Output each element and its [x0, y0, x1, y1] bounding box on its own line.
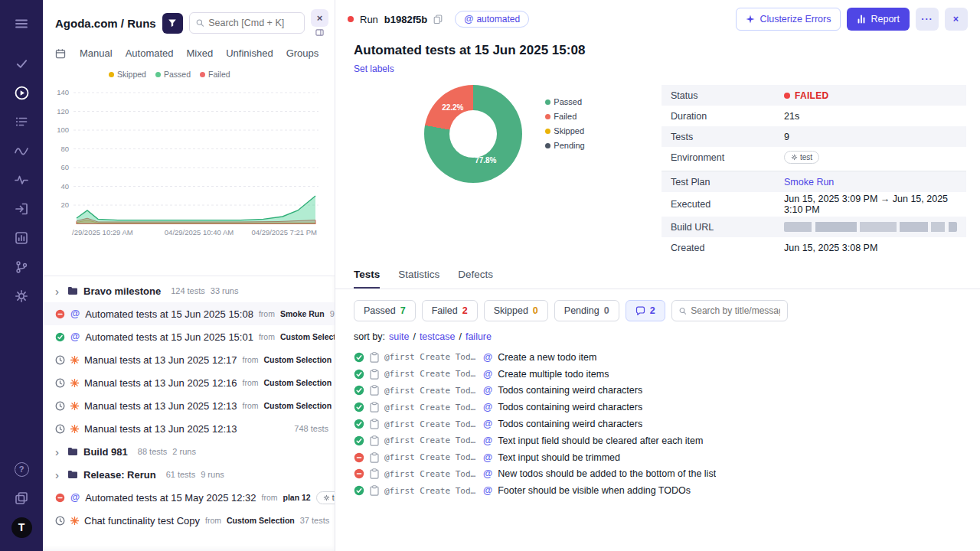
run-id: b1982f5b	[384, 14, 427, 25]
failed-percent: 22.2%	[442, 103, 463, 112]
branches-icon[interactable]	[0, 253, 43, 282]
app: ? T Agoda.com / Runs × Manual Automated …	[0, 0, 980, 551]
test-row[interactable]: @first Create Todos… @ Todos containing …	[354, 383, 980, 399]
test-row[interactable]: @first Create Todos… @ Create a new todo…	[354, 349, 980, 366]
test-title: New todos should be added to the bottom …	[498, 468, 716, 479]
app-logo[interactable]: T	[0, 513, 43, 542]
tab-statistics[interactable]: Statistics	[398, 269, 439, 289]
tab-tests[interactable]: Tests	[354, 269, 380, 289]
run-group-row[interactable]: › Build 981 88 tests 2 runs	[43, 440, 335, 463]
copy-icon[interactable]	[433, 15, 443, 24]
run-row[interactable]: Manual tests at 13 Jun 2025 12:13 748 te…	[43, 417, 335, 440]
filter-pending-button[interactable]: Pending0	[554, 300, 619, 321]
detail-row-environment: Environment test	[662, 147, 966, 168]
clipboard-icon	[370, 452, 379, 463]
comments-filter-button[interactable]: 2	[626, 300, 665, 321]
filter-skipped-button[interactable]: Skipped0	[484, 300, 548, 321]
run-row[interactable]: Manual tests at 13 Jun 2025 12:17 from C…	[43, 348, 335, 371]
automated-icon: @	[483, 369, 492, 380]
test-row[interactable]: @first Create Todos… @ Text input field …	[354, 432, 980, 449]
run-detail: Run b1982f5b @ automated Clusterize Erro…	[335, 0, 980, 551]
run-header: Run b1982f5b @ automated Clusterize Erro…	[335, 0, 980, 35]
failed-dot	[348, 16, 354, 22]
run-group-row[interactable]: › Release: Rerun 61 tests 9 runs	[43, 463, 335, 486]
tab-unfinished[interactable]: Unfinished	[226, 47, 273, 59]
test-plan-link[interactable]: Smoke Run	[784, 177, 834, 187]
test-row[interactable]: @first Create Todos… @ Footer should be …	[354, 482, 980, 499]
help-icon[interactable]: ?	[0, 455, 43, 484]
detail-row-duration: Duration 21s	[662, 106, 966, 126]
test-tag: @first Create Todos…	[384, 486, 478, 496]
run-row[interactable]: @ Automated tests at 15 Jun 2025 15:01 f…	[43, 325, 335, 348]
search-icon	[196, 18, 204, 28]
environment-badge: test	[316, 491, 335, 504]
test-row[interactable]: @first Create Todos… @ Text input should…	[354, 449, 980, 466]
sort-by-suite[interactable]: suite	[389, 331, 409, 342]
projects-icon[interactable]	[0, 484, 43, 513]
svg-text:140: 140	[57, 88, 69, 96]
failed-status-icon	[55, 309, 65, 319]
close-run-button[interactable]: ×	[945, 8, 968, 31]
import-icon[interactable]	[0, 194, 43, 223]
more-button[interactable]: ···	[916, 8, 939, 31]
runs-icon[interactable]	[0, 78, 43, 107]
test-title: Todos containing weird characters	[498, 385, 642, 396]
test-row[interactable]: @first Create Todos… @ Todos containing …	[354, 416, 980, 432]
sort-by-testcase[interactable]: testcase	[420, 331, 456, 342]
donut-legend: Passed Failed Skipped Pending	[545, 85, 584, 150]
run-group-row[interactable]: › Bravo milestone 124 tests 33 runs	[43, 279, 335, 302]
tab-manual[interactable]: Manual	[80, 47, 113, 59]
clipboard-icon	[370, 468, 379, 479]
tab-defects[interactable]: Defects	[458, 269, 493, 289]
report-button[interactable]: Report	[847, 8, 910, 31]
test-row[interactable]: @first Create Todos… @ New todos should …	[354, 466, 980, 483]
set-labels-link[interactable]: Set labels	[354, 64, 394, 74]
tab-groups[interactable]: Groups	[286, 47, 319, 59]
filter-button[interactable]	[162, 13, 183, 34]
close-panel-button[interactable]: ×	[311, 9, 328, 27]
pulse-icon[interactable]	[0, 165, 43, 194]
automated-icon: @	[483, 468, 492, 479]
settings-icon[interactable]	[0, 282, 43, 311]
filter-passed-button[interactable]: Passed7	[354, 300, 416, 321]
test-row[interactable]: @first Create Todos… @ Todos containing …	[354, 399, 980, 416]
test-cases-icon[interactable]	[0, 107, 43, 136]
run-row[interactable]: Manual tests at 13 Jun 2025 12:13 from C…	[43, 394, 335, 417]
automated-badge[interactable]: @ automated	[455, 11, 529, 28]
tests-search-input[interactable]	[691, 305, 779, 316]
tab-automated[interactable]: Automated	[126, 47, 174, 59]
run-row[interactable]: Manual tests at 13 Jun 2025 12:16 from C…	[43, 371, 335, 394]
chart-legend: Skipped Passed Failed	[43, 67, 335, 79]
tab-mixed[interactable]: Mixed	[187, 47, 214, 59]
run-row[interactable]: @ Automated tests at 15 May 2025 12:32 f…	[43, 486, 335, 509]
runs-area-chart: 140 120 100 80 60 40 20 /29/2025 10:29 A…	[43, 79, 335, 242]
failed-status-icon	[354, 468, 364, 479]
clusterize-errors-button[interactable]: Clusterize Errors	[736, 8, 841, 31]
checks-icon[interactable]	[0, 49, 43, 78]
tests-search[interactable]	[671, 300, 788, 321]
sort-by-failure[interactable]: failure	[466, 331, 492, 342]
runs-search-input[interactable]	[208, 18, 298, 28]
run-row[interactable]: @ Automated tests at 15 Jun 2025 15:08 f…	[43, 302, 335, 325]
passed-dot	[545, 99, 550, 105]
filter-failed-button[interactable]: Failed2	[422, 300, 478, 321]
runs-search[interactable]	[189, 12, 305, 34]
folder-icon	[67, 470, 78, 479]
chevron-right-icon: ›	[55, 445, 62, 458]
run-row[interactable]: Chat functinality test Copy from Custom …	[43, 509, 335, 532]
menu-icon[interactable]	[0, 9, 43, 38]
left-rail: ? T	[0, 0, 43, 551]
calendar-icon[interactable]	[55, 48, 66, 59]
test-row[interactable]: @first Create Todos… @ Create multiple t…	[354, 366, 980, 383]
analytics-icon[interactable]	[0, 136, 43, 165]
group-title: Bravo milestone	[83, 285, 161, 297]
failed-dot	[545, 114, 550, 119]
svg-text:40: 40	[60, 182, 69, 191]
chevron-right-icon: ›	[55, 468, 62, 481]
group-title: Build 981	[83, 446, 128, 458]
folder-icon	[67, 447, 78, 456]
automated-icon: @	[483, 485, 492, 496]
reports-icon[interactable]	[0, 223, 43, 253]
svg-text:100: 100	[57, 126, 69, 134]
collapse-panel-icon[interactable]	[315, 28, 324, 37]
